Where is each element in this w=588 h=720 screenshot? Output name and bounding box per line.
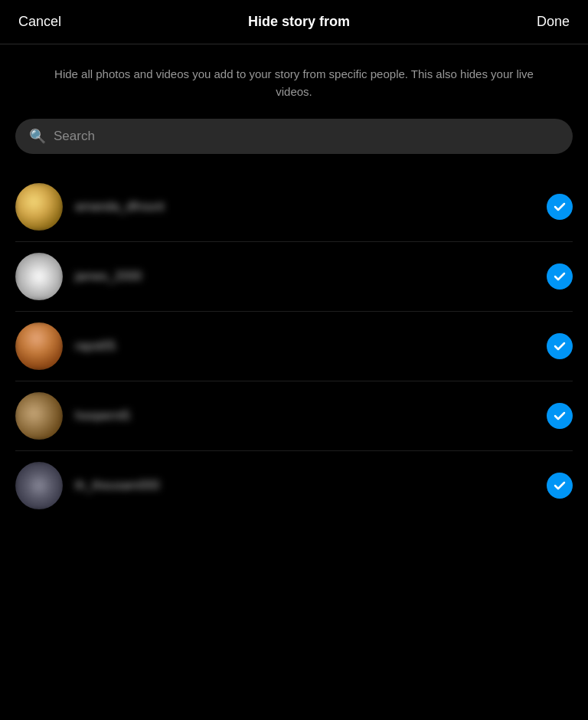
checkmark-icon (553, 409, 567, 423)
username-label: james_2000 (75, 270, 534, 283)
done-button[interactable]: Done (537, 14, 570, 30)
description-text: Hide all photos and videos you add to yo… (0, 44, 588, 119)
list-item[interactable]: hoopernt5 (15, 381, 573, 451)
username-label: th_thousam000 (75, 479, 534, 493)
page-title: Hide story from (248, 14, 350, 30)
select-check-5[interactable] (547, 473, 573, 499)
user-list: amanda_dfrount james_2000 rapst05 (0, 172, 588, 520)
list-item[interactable]: amanda_dfrount (15, 172, 573, 242)
avatar (15, 392, 63, 440)
search-icon: 🔍 (29, 128, 46, 145)
list-item[interactable]: james_2000 (15, 242, 573, 312)
avatar (15, 183, 63, 231)
list-item[interactable]: th_thousam000 (15, 451, 573, 520)
search-bar[interactable]: 🔍 (15, 119, 573, 154)
username-label: hoopernt5 (75, 409, 534, 423)
username-label: amanda_dfrount (75, 200, 534, 214)
header: Cancel Hide story from Done (0, 0, 588, 44)
avatar (15, 322, 63, 370)
cancel-button[interactable]: Cancel (18, 14, 61, 30)
list-item[interactable]: rapst05 (15, 312, 573, 381)
select-check-1[interactable] (547, 194, 573, 220)
select-check-2[interactable] (547, 263, 573, 290)
select-check-3[interactable] (547, 333, 573, 359)
search-input[interactable] (54, 129, 559, 144)
username-label: rapst05 (75, 339, 534, 353)
checkmark-icon (553, 339, 567, 353)
checkmark-icon (553, 200, 567, 214)
avatar (15, 462, 63, 509)
checkmark-icon (553, 479, 567, 493)
checkmark-icon (553, 270, 567, 283)
search-container: 🔍 (0, 119, 588, 172)
avatar (15, 253, 63, 300)
select-check-4[interactable] (547, 403, 573, 429)
